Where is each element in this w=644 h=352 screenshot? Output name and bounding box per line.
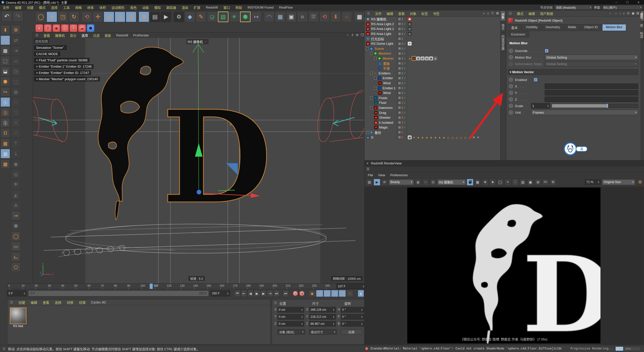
tag-trio-icon[interactable]: △ — [446, 136, 450, 139]
tree-row-备份[interactable]: +⌖备份 — [365, 130, 500, 135]
layer-toggle[interactable] — [398, 77, 401, 80]
tool-floor[interactable]: ▦ — [275, 12, 286, 22]
layer-toggle[interactable] — [398, 52, 401, 55]
shelf-rf-cloud[interactable]: ☁ — [78, 24, 86, 32]
tool-lock-y-axis[interactable]: Ⓨ — [115, 12, 125, 22]
menu-选择[interactable]: 选择 — [48, 5, 60, 10]
tool-particle-emitter[interactable]: ◌ — [341, 12, 352, 22]
tree-row-RS Area Light.1[interactable]: ◆RS Area Light.1✓◎ — [365, 26, 500, 31]
toggle-column[interactable] — [397, 135, 407, 140]
shelf-rf-cube[interactable]: ▢ — [69, 24, 77, 32]
apply-button[interactable]: 应用 — [341, 329, 362, 335]
am-header-icon-4[interactable]: ⊙ — [627, 11, 630, 15]
camera-name-label[interactable]: RS 摄像机⁘ — [186, 39, 209, 44]
unit-radio-icon[interactable] — [509, 110, 513, 114]
dock-texture-mode[interactable]: ▩ — [1, 46, 10, 55]
menu-运动图形[interactable]: 运动图形 — [109, 5, 127, 10]
tool-primitive-cube[interactable]: ◆ — [185, 12, 195, 22]
tree-row-Meshers[interactable]: -⬟Meshers✓ — [365, 51, 500, 56]
visibility-dots[interactable] — [402, 121, 403, 124]
layer-toggle[interactable] — [398, 42, 401, 45]
transport-goto-start[interactable]: ⏮ — [234, 290, 240, 297]
layer-toggle[interactable] — [398, 101, 401, 104]
om-menu-标签[interactable]: 标签 — [419, 11, 430, 16]
toggle-column[interactable]: ✓ — [397, 110, 407, 115]
am-header-icon-3[interactable]: ⌕ — [623, 11, 625, 15]
am-tab-层[interactable]: 层 — [641, 22, 644, 29]
tool-render-settings[interactable]: ⚙ — [174, 12, 184, 22]
rv-snapshot-film[interactable]: ▤ — [366, 179, 373, 186]
tag-mat-icon[interactable]: ● — [412, 57, 416, 60]
am-header-icon-5[interactable]: ◉ — [632, 11, 634, 15]
am-header-icon-6[interactable]: ⊞ — [636, 11, 639, 15]
layer-toggle[interactable] — [398, 57, 401, 60]
menu-Redshift[interactable]: Redshift — [203, 6, 221, 9]
tag-tri-icon[interactable]: ▲ — [421, 136, 424, 139]
tag-dome-icon[interactable]: ⊖ — [408, 42, 412, 46]
tool-lock-z-axis[interactable]: Ⓩ — [126, 12, 136, 22]
visibility-dots[interactable] — [402, 92, 403, 94]
tool-coordinate-system[interactable]: ⊕ — [139, 12, 149, 22]
keyframe-record-active-objects[interactable]: ◉ — [308, 290, 316, 297]
toggle-column[interactable]: ✓ — [397, 66, 407, 71]
layer-toggle[interactable] — [398, 67, 401, 70]
tag-dot-icon[interactable]: ● — [412, 136, 416, 139]
rv-camera-select[interactable]: RS 摄像机▾ — [437, 179, 466, 185]
dock-tri-b[interactable]: ⟁ — [11, 200, 21, 210]
keyframe-key-rotation[interactable]: ↻ — [331, 290, 338, 297]
mat-menu-Cycles 4D[interactable]: Cycles 4D — [88, 300, 109, 304]
tag-w-icon[interactable]: ▦ — [416, 57, 420, 60]
visibility-dots[interactable] — [402, 107, 403, 109]
motion-blur-radio-icon[interactable] — [509, 55, 513, 59]
rv-settings-gear-icon[interactable]: ⚙ — [637, 179, 643, 185]
size-Z-field[interactable]: 86.967 cm▲▼ — [309, 321, 336, 327]
transport-next-frame[interactable]: ▶ — [260, 290, 267, 297]
toggle-column[interactable]: ✓ — [397, 31, 407, 36]
om-tab-内容浏览器[interactable]: 内容浏览器 — [500, 33, 505, 52]
visibility-dots[interactable] — [402, 77, 403, 79]
transport-prev-frame[interactable]: ◀ — [247, 290, 254, 297]
tag-target-icon[interactable]: ◎ — [408, 32, 412, 36]
transport-play-forward[interactable]: ▶ — [254, 290, 260, 297]
layer-toggle[interactable] — [398, 22, 401, 25]
tree-row-Drag[interactable]: ●Drag✓ — [365, 110, 500, 115]
enabled-check-icon[interactable]: ✓ — [404, 22, 406, 26]
tool-gravity[interactable]: ⬇ — [330, 12, 341, 22]
dock-hide-c[interactable]: 👁 — [11, 180, 21, 189]
rv-size-select[interactable]: Original Size▾ — [602, 179, 635, 185]
rv-compare-stripes[interactable]: ▨ — [519, 179, 526, 186]
tag-cam-icon[interactable]: ◉ — [408, 17, 412, 21]
vp-menu-显示[interactable]: 显示 — [67, 33, 79, 38]
current-frame-marker[interactable] — [150, 284, 153, 289]
enabled-check-icon[interactable]: ✓ — [404, 81, 406, 85]
attr-tab-基本[interactable]: 基本 — [507, 24, 521, 31]
rv-dither[interactable]: ∷ — [422, 179, 429, 186]
tree-row-置换[interactable]: ◫置换✓ — [365, 61, 500, 66]
rv-snapshot-b[interactable]: ❅ — [489, 179, 496, 186]
motion-vector-section[interactable]: ▾ Motion Vector — [508, 69, 638, 75]
tool-deformer[interactable]: ◠ — [264, 12, 274, 22]
expander-icon[interactable]: - — [374, 87, 377, 90]
timeline-range-slider[interactable]: 0 F250 F — [28, 290, 209, 296]
tag-tri-icon[interactable]: ▲ — [433, 136, 437, 139]
am-menu-编辑[interactable]: 编辑 — [526, 11, 538, 16]
menu-模式[interactable]: 模式 — [36, 5, 48, 10]
toggle-column[interactable] — [397, 36, 407, 41]
expander-icon[interactable]: + — [366, 131, 369, 134]
menu-角色[interactable]: 角色 — [127, 5, 139, 10]
dock-mirror-tool[interactable]: ⇥ — [11, 46, 21, 55]
keyframe-key-scale[interactable]: ◳ — [324, 290, 331, 297]
timeline-start-spinner[interactable]: 0 F▲▼ — [7, 290, 27, 296]
dock-uv-cross[interactable]: ⤫ — [11, 118, 21, 127]
enabled-check-icon[interactable]: ✓ — [404, 126, 406, 129]
material-thumbnail[interactable] — [10, 307, 26, 324]
rv-bucket-grid[interactable]: ▦ — [474, 179, 481, 186]
rv-region-circle[interactable]: ◯ — [497, 179, 504, 186]
x-input[interactable] — [545, 83, 638, 89]
layer-toggle[interactable] — [398, 106, 401, 109]
tool-lock-x-axis[interactable]: Ⓧ — [104, 12, 114, 22]
tree-row-灯光目标[interactable]: ⌖灯光目标 — [365, 36, 500, 41]
am-burger-icon[interactable]: ☰ — [506, 12, 514, 15]
tree-row-D[interactable]: ▲D▩●▲▲▲▲▲▲▲△△△△△△⧉✦ — [365, 135, 500, 140]
shelf-rf-dome[interactable]: ◠ — [61, 24, 69, 32]
